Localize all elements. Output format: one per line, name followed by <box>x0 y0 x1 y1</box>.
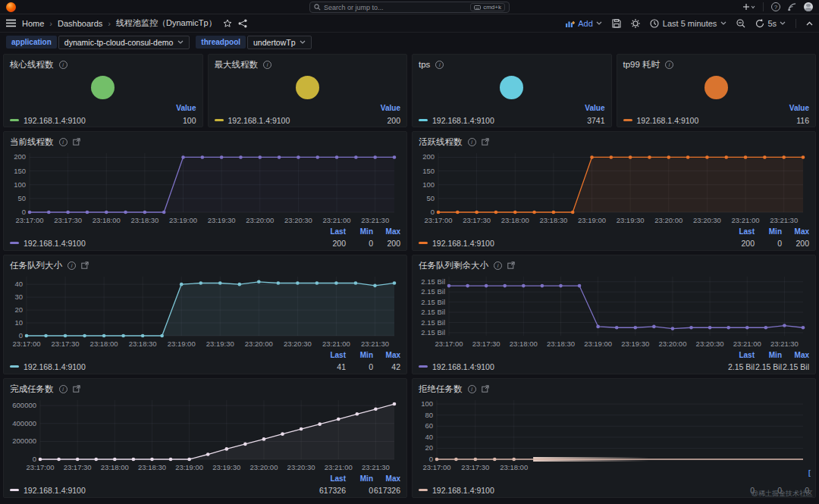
external-link-icon[interactable] <box>81 261 89 269</box>
refresh-icon <box>755 19 764 28</box>
panel-title[interactable]: 当前线程数 <box>10 136 54 148</box>
info-icon[interactable]: i <box>67 261 76 270</box>
help-icon[interactable]: ? <box>771 2 780 11</box>
panel-title[interactable]: 完成任务数 <box>10 383 54 395</box>
chart-canvas[interactable]: 02040608010023:17:0023:17:3023:18:00 <box>419 396 809 474</box>
svg-text:23:18:00: 23:18:00 <box>510 340 538 348</box>
legend-series-name[interactable]: 192.168.1.4:9100 <box>24 362 318 371</box>
value-column-header[interactable]: Value <box>215 104 401 114</box>
external-link-icon[interactable] <box>482 385 489 393</box>
menu-icon[interactable] <box>6 19 16 27</box>
news-rss-icon[interactable] <box>788 3 796 11</box>
svg-text:23:18:00: 23:18:00 <box>500 463 528 471</box>
legend-color-dash <box>419 489 428 491</box>
zoom-out-icon[interactable] <box>736 19 745 28</box>
value-column-header[interactable]: Value <box>10 104 196 114</box>
panel-title[interactable]: 拒绝任务数 <box>419 383 463 395</box>
info-icon[interactable]: i <box>494 261 502 270</box>
chart-canvas[interactable]: 2.15 Bil2.15 Bil2.15 Bil2.15 Bil2.15 Bil… <box>419 272 809 351</box>
share-icon[interactable] <box>238 19 247 28</box>
panel-title[interactable]: tps <box>419 60 430 69</box>
svg-text:100: 100 <box>421 399 433 408</box>
add-button[interactable]: Add <box>566 19 602 28</box>
info-icon[interactable]: i <box>435 61 444 69</box>
star-icon[interactable] <box>223 19 232 28</box>
legend-series-name[interactable]: 192.168.1.4:9100 <box>432 116 587 125</box>
legend-stats-header[interactable]: LastMinMax <box>419 351 809 360</box>
value-column-header[interactable]: Value <box>419 104 605 114</box>
search-input[interactable]: Search or jump to... cmd+k <box>309 2 510 13</box>
info-icon[interactable]: i <box>665 61 673 69</box>
panel-title[interactable]: tp99 耗时 <box>623 59 661 70</box>
external-link-icon[interactable] <box>482 138 489 146</box>
legend-series-name[interactable]: 192.168.1.4:9100 <box>228 116 388 125</box>
user-avatar[interactable] <box>804 2 813 11</box>
panel-title[interactable]: 最大线程数 <box>215 59 259 70</box>
legend-series-name[interactable]: 192.168.1.4:9100 <box>432 486 727 495</box>
svg-text:200: 200 <box>422 152 435 161</box>
svg-text:2.15 Bil: 2.15 Bil <box>421 277 445 286</box>
svg-text:23:21:00: 23:21:00 <box>323 216 351 224</box>
time-range-picker[interactable]: Last 5 minutes <box>650 19 727 28</box>
legend-stats-values: 2000200 <box>318 239 400 248</box>
refresh-control[interactable]: 5s <box>755 19 786 28</box>
panel-title[interactable]: 核心线程数 <box>10 59 54 70</box>
save-icon[interactable] <box>612 19 621 28</box>
svg-text:60: 60 <box>425 421 433 430</box>
chart-canvas[interactable]: 05010015020023:17:0023:17:3023:18:0023:1… <box>10 149 400 227</box>
chart-canvas[interactable]: 05010015020023:17:0023:17:3023:18:0023:1… <box>419 149 809 227</box>
threadpool-select[interactable]: undertowTp <box>247 36 312 49</box>
info-icon[interactable]: i <box>59 61 67 69</box>
svg-text:23:18:00: 23:18:00 <box>90 340 118 348</box>
legend-color-dash <box>419 119 428 121</box>
external-link-icon[interactable] <box>73 385 80 393</box>
legend-series-name[interactable]: 192.168.1.4:9100 <box>24 116 183 125</box>
stat-value: 200 <box>387 116 400 125</box>
info-icon[interactable]: i <box>468 385 476 393</box>
breadcrumb-dashboards[interactable]: Dashboards <box>58 19 102 28</box>
legend-stats-header[interactable]: LastMinMax <box>419 227 809 236</box>
variable-filters: application dynamic-tp-cloud-consul-demo… <box>0 33 819 52</box>
settings-gear-icon[interactable] <box>631 19 640 28</box>
legend-stats-values: 6173260617326 <box>318 486 400 495</box>
legend-stats-header[interactable]: [ <box>419 474 809 484</box>
panel-queue-remaining: 任务队列剩余大小i 2.15 Bil2.15 Bil2.15 Bil2.15 B… <box>412 255 816 374</box>
panel-current-threads: 当前线程数i 05010015020023:17:0023:17:3023:18… <box>3 131 407 251</box>
svg-text:200000: 200000 <box>12 437 36 445</box>
panel-rejected-tasks: 拒绝任务数i 02040608010023:17:0023:17:3023:18… <box>412 378 816 498</box>
new-plus-button[interactable] <box>743 3 755 11</box>
external-link-icon[interactable] <box>73 138 80 146</box>
chart-canvas[interactable]: 020000040000060000023:17:0023:17:3023:18… <box>10 396 400 474</box>
grafana-logo[interactable] <box>6 2 16 12</box>
legend-series-name[interactable]: 192.168.1.4:9100 <box>24 486 318 495</box>
legend-series-name[interactable]: 192.168.1.4:9100 <box>432 362 727 371</box>
pie-circle[interactable] <box>296 76 319 99</box>
svg-text:40: 40 <box>14 280 23 288</box>
legend-color-dash <box>10 489 19 491</box>
breadcrumb-home[interactable]: Home <box>22 19 44 28</box>
application-select[interactable]: dynamic-tp-cloud-consul-demo <box>58 36 190 49</box>
legend-series-name[interactable]: 192.168.1.4:9100 <box>24 239 318 248</box>
external-link-icon[interactable] <box>507 261 515 269</box>
legend-series-name[interactable]: 192.168.1.4:9100 <box>432 239 727 248</box>
info-icon[interactable]: i <box>59 138 67 146</box>
chart-canvas[interactable]: 01020304023:17:0023:17:3023:18:0023:18:3… <box>10 272 400 351</box>
pie-circle[interactable] <box>500 76 523 99</box>
panel-title[interactable]: 任务队列剩余大小 <box>419 260 488 271</box>
svg-text:30: 30 <box>14 293 23 301</box>
svg-text:0: 0 <box>19 331 23 340</box>
panel-title[interactable]: 任务队列大小 <box>10 260 62 271</box>
value-column-header[interactable]: Value <box>623 104 810 114</box>
legend-stats-header[interactable]: LastMinMax <box>10 474 400 484</box>
collapse-chevron-up-icon[interactable] <box>806 21 813 26</box>
info-icon[interactable]: i <box>59 385 67 393</box>
legend-stats-header[interactable]: LastMinMax <box>10 227 400 236</box>
legend-stats-header[interactable]: LastMinMax <box>10 351 400 360</box>
info-icon[interactable]: i <box>263 61 271 69</box>
svg-text:2.15 Bil: 2.15 Bil <box>421 298 445 306</box>
pie-circle[interactable] <box>91 76 115 99</box>
panel-title[interactable]: 活跃线程数 <box>419 136 463 148</box>
info-icon[interactable]: i <box>468 138 476 146</box>
pie-circle[interactable] <box>704 76 728 99</box>
legend-series-name[interactable]: 192.168.1.4:9100 <box>637 116 797 125</box>
